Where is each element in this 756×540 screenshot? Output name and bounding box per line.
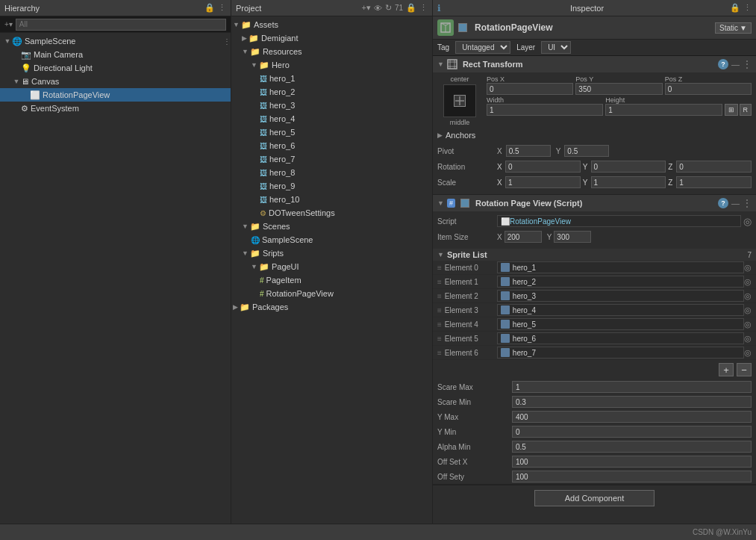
file-hero3[interactable]: 🖼hero_3 <box>231 99 432 112</box>
file-hero2[interactable]: 🖼hero_2 <box>231 85 432 99</box>
pos-y-input[interactable] <box>575 83 662 95</box>
rect-more-icon[interactable]: ⋮ <box>743 59 752 69</box>
script-target-icon[interactable]: ◎ <box>743 216 752 227</box>
bottom-bar: CSDN @W.XinYu <box>0 524 756 540</box>
lock-icon[interactable]: 🔒 <box>204 3 215 13</box>
rpv-enable-checkbox[interactable] <box>460 199 469 208</box>
target-icon-0[interactable]: ◎ <box>744 263 752 273</box>
file-rotationpageview-script[interactable]: # RotationPageView <box>231 287 432 300</box>
project-more-icon[interactable]: ⋮ <box>419 3 428 13</box>
drag-handle-4[interactable]: ≡ <box>437 320 442 329</box>
drag-handle-5[interactable]: ≡ <box>437 335 442 343</box>
target-icon-3[interactable]: ◎ <box>744 305 752 315</box>
folder-hero[interactable]: ▼ 📁 Hero <box>231 58 432 72</box>
project-eye-icon[interactable]: 👁 <box>374 4 382 13</box>
sprite-icon-10: 🖼 <box>260 196 267 204</box>
add-element-button[interactable]: + <box>719 363 734 376</box>
rotation-z-input[interactable] <box>676 161 752 173</box>
scare-min-input[interactable] <box>512 396 752 408</box>
folder-scenes[interactable]: ▼ 📁 Scenes <box>231 220 432 233</box>
file-dotween[interactable]: ⚙ DOTweenSettings <box>231 206 432 220</box>
file-hero10[interactable]: 🖼hero_10 <box>231 193 432 206</box>
scale-x-input[interactable] <box>505 176 581 188</box>
project-add-btn[interactable]: +▾ <box>361 3 370 13</box>
alpha-min-input[interactable] <box>512 441 752 453</box>
pivot-x-input[interactable] <box>506 145 551 157</box>
file-hero5[interactable]: 🖼hero_5 <box>231 125 432 139</box>
target-icon-6[interactable]: ◎ <box>744 348 752 358</box>
pivot-y-input[interactable] <box>564 145 609 157</box>
off-set-x-input[interactable] <box>512 456 752 468</box>
tree-item-canvas[interactable]: ▼ 🖥 Canvas <box>0 75 231 88</box>
more-icon[interactable]: ⋮ <box>218 3 226 13</box>
rect-dash-icon[interactable]: — <box>731 60 740 69</box>
y-min-input[interactable] <box>512 426 752 438</box>
pos-x-input[interactable] <box>487 83 573 95</box>
folder-packages[interactable]: ▶ 📁 Packages <box>231 300 432 314</box>
file-hero8[interactable]: 🖼hero_8 <box>231 166 432 179</box>
drag-handle-1[interactable]: ≡ <box>437 278 442 286</box>
tree-item-samplescene[interactable]: ▼ 🌐 SampleScene ⋮ <box>0 34 231 48</box>
folder-scripts[interactable]: ▼ 📁 Sripts <box>231 246 432 260</box>
rpv-info-icon[interactable]: ? <box>718 198 728 208</box>
folder-demigiant[interactable]: ▶ 📁 Demigiant <box>231 31 432 45</box>
folder-pageui[interactable]: ▼ 📁 PageUI <box>231 260 432 273</box>
rpv-more-icon[interactable]: ⋮ <box>743 198 752 208</box>
remove-element-button[interactable]: − <box>737 363 752 376</box>
tree-item-rotationpageview[interactable]: ⬜ RotationPageView <box>0 88 231 102</box>
anchors-arrow[interactable]: ▶ <box>437 131 443 139</box>
rpv-dash-icon[interactable]: — <box>731 199 740 208</box>
off-sety-input[interactable] <box>512 471 752 482</box>
add-component-button[interactable]: Add Component <box>534 490 655 506</box>
inspector-more-icon[interactable]: ⋮ <box>743 3 752 13</box>
tree-item-maincamera[interactable]: 📷 Main Camera <box>0 48 231 61</box>
drag-handle-0[interactable]: ≡ <box>437 264 442 272</box>
static-button[interactable]: Static ▼ <box>715 22 752 34</box>
inspector-lock-icon[interactable]: 🔒 <box>730 3 740 13</box>
file-pageitem[interactable]: # PageItem <box>231 273 432 287</box>
width-input[interactable] <box>487 104 603 116</box>
sprite-list-arrow[interactable]: ▼ <box>437 251 444 258</box>
item-size-x-input[interactable] <box>504 231 542 243</box>
rotation-y-input[interactable] <box>591 161 666 173</box>
constrain-button[interactable]: ⊞ <box>725 104 738 116</box>
add-button[interactable]: +▾ <box>4 20 13 28</box>
scare-max-input[interactable] <box>512 381 752 393</box>
target-icon-4[interactable]: ◎ <box>744 320 752 329</box>
scale-y-input[interactable] <box>591 176 666 188</box>
folder-assets[interactable]: ▼ 📁 Assets <box>231 18 432 31</box>
file-hero4[interactable]: 🖼hero_4 <box>231 112 432 125</box>
pos-z-input[interactable] <box>665 83 752 95</box>
enable-checkbox[interactable] <box>458 23 467 32</box>
file-samplescene[interactable]: 🌐 SampleScene <box>231 233 432 246</box>
hero4-name: hero_4 <box>513 306 740 314</box>
hierarchy-search-input[interactable] <box>16 19 226 31</box>
rotation-x-input[interactable] <box>505 161 581 173</box>
file-hero1[interactable]: 🖼hero_1 <box>231 72 432 85</box>
y-max-input[interactable] <box>512 411 752 423</box>
file-hero7[interactable]: 🖼hero_7 <box>231 152 432 166</box>
tree-item-dirlight[interactable]: 💡 Directional Light <box>0 61 231 75</box>
rpv-header[interactable]: ▼ # Rotation Page View (Script) ? — ⋮ <box>433 195 756 211</box>
target-icon-1[interactable]: ◎ <box>744 277 752 287</box>
file-hero9[interactable]: 🖼hero_9 <box>231 179 432 193</box>
rect-info-icon[interactable]: ? <box>718 59 728 69</box>
project-lock-icon[interactable]: 🔒 <box>406 3 416 13</box>
reset-size-button[interactable]: R <box>740 104 752 116</box>
rect-transform-header[interactable]: ▼ Rect Transform ? — ⋮ <box>433 56 756 72</box>
drag-handle-3[interactable]: ≡ <box>437 306 442 314</box>
folder-resources[interactable]: ▼ 📁 Resources <box>231 45 432 58</box>
layer-select[interactable]: UI <box>541 41 571 54</box>
drag-handle-6[interactable]: ≡ <box>437 349 442 357</box>
tag-select[interactable]: Untagged <box>455 41 510 54</box>
scale-z-input[interactable] <box>676 176 752 188</box>
project-refresh-icon[interactable]: ↻ <box>385 3 392 13</box>
target-icon-2[interactable]: ◎ <box>744 291 752 301</box>
tree-item-eventsystem[interactable]: ⚙ EventSystem <box>0 102 231 115</box>
item-size-y-input[interactable] <box>554 231 591 243</box>
drag-handle-2[interactable]: ≡ <box>437 292 442 300</box>
height-input[interactable] <box>605 104 722 116</box>
target-icon-5[interactable]: ◎ <box>744 334 752 344</box>
scene-options[interactable]: ⋮ <box>223 37 231 46</box>
file-hero6[interactable]: 🖼hero_6 <box>231 139 432 152</box>
